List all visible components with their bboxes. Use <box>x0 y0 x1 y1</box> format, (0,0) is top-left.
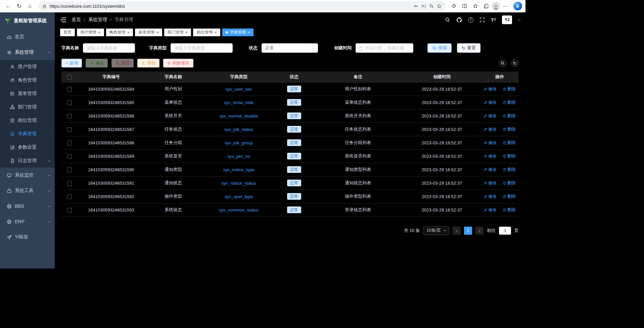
password-key-icon[interactable] <box>414 4 418 8</box>
row-checkbox[interactable] <box>67 154 72 159</box>
sidebar-item-departments[interactable]: 部门管理 <box>0 100 55 114</box>
close-icon[interactable]: × <box>127 30 130 35</box>
font-size-icon[interactable]: TT <box>491 17 496 23</box>
close-icon[interactable]: × <box>156 30 159 35</box>
dict-type-input[interactable] <box>171 43 233 53</box>
goto-page-input[interactable] <box>499 227 511 235</box>
github-icon[interactable] <box>456 17 462 23</box>
lock-icon[interactable] <box>42 4 47 8</box>
header-search-icon[interactable] <box>445 17 450 22</box>
sidebar-item-yi-framework[interactable]: Yi框架 <box>0 229 55 245</box>
row-checkbox[interactable] <box>67 127 72 132</box>
breadcrumb-system[interactable]: 系统管理 <box>88 17 107 23</box>
prev-page-button[interactable]: ‹ <box>453 227 461 235</box>
extensions-icon[interactable] <box>449 1 459 11</box>
close-icon[interactable]: × <box>185 30 188 35</box>
home-icon[interactable]: ⌂ <box>25 1 35 11</box>
refresh-table-button[interactable]: ↻ <box>511 59 519 67</box>
url-text[interactable]: https://ccnetcore.com:1101/system/dict <box>50 4 125 9</box>
row-delete-button[interactable]: 删除 <box>503 207 516 213</box>
page-1-button[interactable]: 1 <box>464 227 472 235</box>
close-icon[interactable]: × <box>214 30 217 35</box>
row-checkbox[interactable] <box>67 100 72 105</box>
row-delete-button[interactable]: 删除 <box>503 180 516 186</box>
row-delete-button[interactable]: 删除 <box>503 127 516 132</box>
row-delete-button[interactable]: 删除 <box>503 194 516 199</box>
hamburger-icon[interactable] <box>60 17 66 22</box>
sidebar-item-bbs[interactable]: BBS <box>0 198 55 214</box>
sidebar-item-tools[interactable]: 系统工具 <box>0 183 55 198</box>
dict-type-link[interactable]: sys_notice_type <box>223 167 254 172</box>
dict-type-link[interactable]: sys_job_status <box>224 127 253 132</box>
refresh-cache-button[interactable]: ↻ 刷新缓存 <box>163 59 193 67</box>
row-edit-button[interactable]: 修改 <box>484 167 497 173</box>
row-edit-button[interactable]: 修改 <box>484 207 497 213</box>
dict-type-link[interactable]: sys_normal_disable <box>220 113 258 119</box>
dict-type-link[interactable]: sys_oper_type <box>225 194 253 199</box>
delete-button[interactable]: 删除 <box>111 59 134 67</box>
close-icon[interactable]: × <box>247 30 250 35</box>
dict-type-link[interactable]: sys_common_status <box>219 207 259 213</box>
row-checkbox[interactable] <box>67 194 72 199</box>
help-icon[interactable]: ? <box>468 17 473 22</box>
close-icon[interactable]: × <box>98 30 101 35</box>
page-size-select[interactable]: 10条/页 <box>423 226 449 235</box>
split-screen-icon[interactable] <box>460 1 470 11</box>
address-bar[interactable]: https://ccnetcore.com:1101/system/dict A… <box>38 1 446 11</box>
collections-icon[interactable] <box>481 1 491 11</box>
row-edit-button[interactable]: 修改 <box>484 113 497 119</box>
dict-type-link[interactable]: sys_yes_no <box>227 154 250 159</box>
select-all-checkbox[interactable] <box>67 75 72 80</box>
read-aloud-icon[interactable]: A) <box>421 4 426 8</box>
search-button[interactable]: 搜索 <box>427 43 452 53</box>
browser-menu-icon[interactable]: ⋯ <box>501 1 511 11</box>
row-edit-button[interactable]: 修改 <box>484 100 497 105</box>
dict-type-link[interactable]: sys_job_group <box>225 140 253 145</box>
date-range-picker[interactable]: 开始日期 - 结束日期 <box>356 43 413 53</box>
next-page-button[interactable]: › <box>475 227 484 235</box>
row-delete-button[interactable]: 删除 <box>503 153 516 159</box>
row-checkbox[interactable] <box>67 114 72 119</box>
tab-roles[interactable]: 角色管理× <box>106 29 133 36</box>
sidebar-item-home[interactable]: 首页 <box>0 29 55 45</box>
add-button[interactable]: + 新增 <box>61 59 82 67</box>
tab-departments[interactable]: 部门管理× <box>164 29 191 36</box>
dict-type-link[interactable]: sys_notice_status <box>221 181 256 186</box>
status-select[interactable]: 正常 <box>262 43 318 53</box>
reset-button[interactable]: ↻ 重置 <box>457 43 480 53</box>
sidebar-item-posts[interactable]: 岗位管理 <box>0 114 55 127</box>
dict-name-input[interactable] <box>83 43 135 53</box>
row-checkbox[interactable] <box>67 181 72 186</box>
tab-users[interactable]: 用户管理× <box>77 29 104 36</box>
back-icon[interactable]: ← <box>3 1 13 11</box>
export-button[interactable]: 导出 <box>137 59 159 67</box>
tab-home[interactable]: 首页 <box>60 29 75 36</box>
row-edit-button[interactable]: 修改 <box>484 86 497 92</box>
sidebar-item-monitor[interactable]: 系统监控 <box>0 168 55 183</box>
row-delete-button[interactable]: 删除 <box>503 113 516 119</box>
row-edit-button[interactable]: 修改 <box>484 194 497 199</box>
favorites-icon[interactable] <box>470 1 480 11</box>
refresh-icon[interactable]: ↻ <box>14 1 24 11</box>
zoom-out-icon[interactable] <box>429 4 434 8</box>
sidebar-item-system[interactable]: 系统管理 <box>0 45 55 60</box>
row-checkbox[interactable] <box>67 208 72 213</box>
tab-posts[interactable]: 岗位管理× <box>193 29 220 36</box>
row-delete-button[interactable]: 删除 <box>503 167 516 173</box>
row-edit-button[interactable]: 修改 <box>484 127 497 132</box>
user-avatar[interactable]: YJ <box>502 15 512 24</box>
row-delete-button[interactable]: 删除 <box>503 140 516 146</box>
copilot-icon[interactable]: b <box>513 2 522 10</box>
row-checkbox[interactable] <box>67 168 72 172</box>
tab-menus[interactable]: 菜单管理× <box>135 29 162 36</box>
dict-type-link[interactable]: sys_show_hide <box>224 100 254 105</box>
edit-button[interactable]: 修改 <box>86 59 108 67</box>
row-checkbox[interactable] <box>67 141 72 145</box>
row-edit-button[interactable]: 修改 <box>484 180 497 186</box>
breadcrumb-home[interactable]: 首页 <box>72 17 81 23</box>
sidebar-item-erp[interactable]: ERP <box>0 214 55 229</box>
sidebar-item-dict[interactable]: 字典管理 <box>0 127 55 141</box>
row-delete-button[interactable]: 删除 <box>503 100 516 105</box>
show-search-toggle[interactable] <box>499 59 507 67</box>
sidebar-item-users[interactable]: 用户管理 <box>0 60 55 74</box>
